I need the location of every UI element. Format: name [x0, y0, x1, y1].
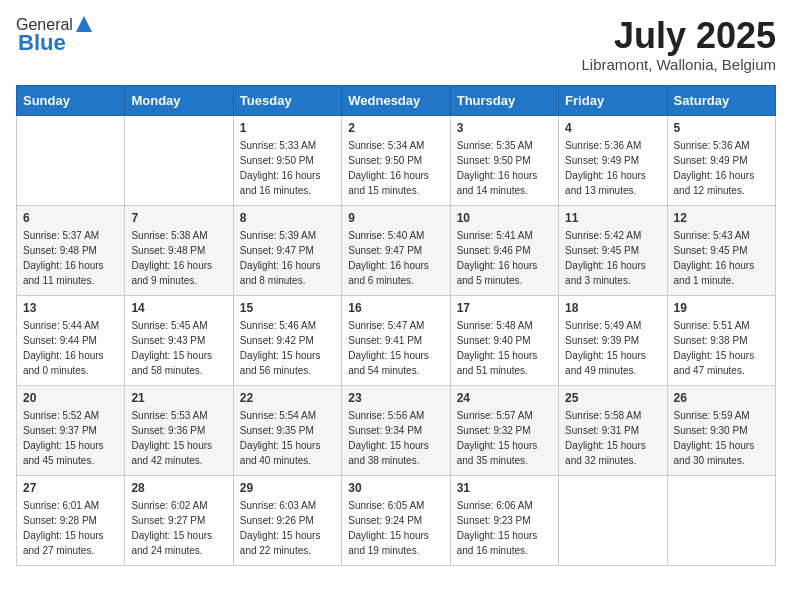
page-header: General Blue July 2025 Libramont, Wallon… — [16, 16, 776, 73]
day-number: 18 — [565, 301, 660, 315]
calendar-cell: 26Sunrise: 5:59 AM Sunset: 9:30 PM Dayli… — [667, 385, 775, 475]
day-number: 5 — [674, 121, 769, 135]
calendar-cell: 24Sunrise: 5:57 AM Sunset: 9:32 PM Dayli… — [450, 385, 558, 475]
calendar-cell: 21Sunrise: 5:53 AM Sunset: 9:36 PM Dayli… — [125, 385, 233, 475]
day-info: Sunrise: 5:34 AM Sunset: 9:50 PM Dayligh… — [348, 138, 443, 198]
day-number: 31 — [457, 481, 552, 495]
calendar-cell: 23Sunrise: 5:56 AM Sunset: 9:34 PM Dayli… — [342, 385, 450, 475]
calendar-cell: 16Sunrise: 5:47 AM Sunset: 9:41 PM Dayli… — [342, 295, 450, 385]
calendar-cell: 7Sunrise: 5:38 AM Sunset: 9:48 PM Daylig… — [125, 205, 233, 295]
calendar-cell: 27Sunrise: 6:01 AM Sunset: 9:28 PM Dayli… — [17, 475, 125, 565]
calendar-cell: 28Sunrise: 6:02 AM Sunset: 9:27 PM Dayli… — [125, 475, 233, 565]
calendar-cell: 29Sunrise: 6:03 AM Sunset: 9:26 PM Dayli… — [233, 475, 341, 565]
day-info: Sunrise: 6:02 AM Sunset: 9:27 PM Dayligh… — [131, 498, 226, 558]
day-number: 12 — [674, 211, 769, 225]
day-number: 10 — [457, 211, 552, 225]
day-info: Sunrise: 6:01 AM Sunset: 9:28 PM Dayligh… — [23, 498, 118, 558]
day-info: Sunrise: 5:37 AM Sunset: 9:48 PM Dayligh… — [23, 228, 118, 288]
calendar-cell: 4Sunrise: 5:36 AM Sunset: 9:49 PM Daylig… — [559, 115, 667, 205]
calendar-cell: 11Sunrise: 5:42 AM Sunset: 9:45 PM Dayli… — [559, 205, 667, 295]
day-number: 2 — [348, 121, 443, 135]
calendar-cell: 5Sunrise: 5:36 AM Sunset: 9:49 PM Daylig… — [667, 115, 775, 205]
day-number: 15 — [240, 301, 335, 315]
day-info: Sunrise: 5:36 AM Sunset: 9:49 PM Dayligh… — [674, 138, 769, 198]
header-tuesday: Tuesday — [233, 85, 341, 115]
day-info: Sunrise: 5:36 AM Sunset: 9:49 PM Dayligh… — [565, 138, 660, 198]
header-sunday: Sunday — [17, 85, 125, 115]
day-info: Sunrise: 5:44 AM Sunset: 9:44 PM Dayligh… — [23, 318, 118, 378]
week-row-4: 20Sunrise: 5:52 AM Sunset: 9:37 PM Dayli… — [17, 385, 776, 475]
day-number: 14 — [131, 301, 226, 315]
day-number: 16 — [348, 301, 443, 315]
calendar-cell — [667, 475, 775, 565]
header-thursday: Thursday — [450, 85, 558, 115]
day-number: 1 — [240, 121, 335, 135]
day-info: Sunrise: 5:59 AM Sunset: 9:30 PM Dayligh… — [674, 408, 769, 468]
calendar-cell: 6Sunrise: 5:37 AM Sunset: 9:48 PM Daylig… — [17, 205, 125, 295]
day-info: Sunrise: 5:54 AM Sunset: 9:35 PM Dayligh… — [240, 408, 335, 468]
calendar-cell — [125, 115, 233, 205]
day-info: Sunrise: 5:38 AM Sunset: 9:48 PM Dayligh… — [131, 228, 226, 288]
calendar-cell: 10Sunrise: 5:41 AM Sunset: 9:46 PM Dayli… — [450, 205, 558, 295]
day-info: Sunrise: 5:41 AM Sunset: 9:46 PM Dayligh… — [457, 228, 552, 288]
week-row-1: 1Sunrise: 5:33 AM Sunset: 9:50 PM Daylig… — [17, 115, 776, 205]
calendar-cell: 2Sunrise: 5:34 AM Sunset: 9:50 PM Daylig… — [342, 115, 450, 205]
day-info: Sunrise: 5:58 AM Sunset: 9:31 PM Dayligh… — [565, 408, 660, 468]
day-info: Sunrise: 6:03 AM Sunset: 9:26 PM Dayligh… — [240, 498, 335, 558]
logo-blue-text: Blue — [16, 30, 66, 56]
day-number: 22 — [240, 391, 335, 405]
day-info: Sunrise: 5:53 AM Sunset: 9:36 PM Dayligh… — [131, 408, 226, 468]
week-row-2: 6Sunrise: 5:37 AM Sunset: 9:48 PM Daylig… — [17, 205, 776, 295]
header-wednesday: Wednesday — [342, 85, 450, 115]
location: Libramont, Wallonia, Belgium — [581, 56, 776, 73]
logo-icon — [74, 14, 94, 34]
day-info: Sunrise: 5:43 AM Sunset: 9:45 PM Dayligh… — [674, 228, 769, 288]
calendar-table: SundayMondayTuesdayWednesdayThursdayFrid… — [16, 85, 776, 566]
calendar-cell — [559, 475, 667, 565]
calendar-cell: 13Sunrise: 5:44 AM Sunset: 9:44 PM Dayli… — [17, 295, 125, 385]
day-number: 28 — [131, 481, 226, 495]
day-info: Sunrise: 6:06 AM Sunset: 9:23 PM Dayligh… — [457, 498, 552, 558]
title-area: July 2025 Libramont, Wallonia, Belgium — [581, 16, 776, 73]
calendar-cell: 18Sunrise: 5:49 AM Sunset: 9:39 PM Dayli… — [559, 295, 667, 385]
calendar-cell: 9Sunrise: 5:40 AM Sunset: 9:47 PM Daylig… — [342, 205, 450, 295]
day-number: 29 — [240, 481, 335, 495]
calendar-cell: 17Sunrise: 5:48 AM Sunset: 9:40 PM Dayli… — [450, 295, 558, 385]
day-number: 13 — [23, 301, 118, 315]
calendar-cell: 30Sunrise: 6:05 AM Sunset: 9:24 PM Dayli… — [342, 475, 450, 565]
svg-marker-0 — [76, 16, 92, 32]
day-info: Sunrise: 5:46 AM Sunset: 9:42 PM Dayligh… — [240, 318, 335, 378]
calendar-cell: 31Sunrise: 6:06 AM Sunset: 9:23 PM Dayli… — [450, 475, 558, 565]
calendar-cell: 15Sunrise: 5:46 AM Sunset: 9:42 PM Dayli… — [233, 295, 341, 385]
day-info: Sunrise: 5:57 AM Sunset: 9:32 PM Dayligh… — [457, 408, 552, 468]
calendar-cell: 8Sunrise: 5:39 AM Sunset: 9:47 PM Daylig… — [233, 205, 341, 295]
day-number: 25 — [565, 391, 660, 405]
day-number: 24 — [457, 391, 552, 405]
header-saturday: Saturday — [667, 85, 775, 115]
calendar-cell — [17, 115, 125, 205]
day-info: Sunrise: 5:40 AM Sunset: 9:47 PM Dayligh… — [348, 228, 443, 288]
calendar-cell: 25Sunrise: 5:58 AM Sunset: 9:31 PM Dayli… — [559, 385, 667, 475]
day-number: 3 — [457, 121, 552, 135]
day-info: Sunrise: 5:56 AM Sunset: 9:34 PM Dayligh… — [348, 408, 443, 468]
day-number: 27 — [23, 481, 118, 495]
header-monday: Monday — [125, 85, 233, 115]
calendar-cell: 1Sunrise: 5:33 AM Sunset: 9:50 PM Daylig… — [233, 115, 341, 205]
calendar-cell: 20Sunrise: 5:52 AM Sunset: 9:37 PM Dayli… — [17, 385, 125, 475]
calendar-header-row: SundayMondayTuesdayWednesdayThursdayFrid… — [17, 85, 776, 115]
calendar-cell: 22Sunrise: 5:54 AM Sunset: 9:35 PM Dayli… — [233, 385, 341, 475]
day-number: 7 — [131, 211, 226, 225]
day-info: Sunrise: 6:05 AM Sunset: 9:24 PM Dayligh… — [348, 498, 443, 558]
calendar-cell: 14Sunrise: 5:45 AM Sunset: 9:43 PM Dayli… — [125, 295, 233, 385]
day-number: 20 — [23, 391, 118, 405]
day-number: 19 — [674, 301, 769, 315]
day-number: 23 — [348, 391, 443, 405]
day-info: Sunrise: 5:39 AM Sunset: 9:47 PM Dayligh… — [240, 228, 335, 288]
day-info: Sunrise: 5:52 AM Sunset: 9:37 PM Dayligh… — [23, 408, 118, 468]
day-info: Sunrise: 5:47 AM Sunset: 9:41 PM Dayligh… — [348, 318, 443, 378]
logo: General Blue — [16, 16, 94, 56]
day-info: Sunrise: 5:33 AM Sunset: 9:50 PM Dayligh… — [240, 138, 335, 198]
header-friday: Friday — [559, 85, 667, 115]
day-number: 17 — [457, 301, 552, 315]
calendar-cell: 19Sunrise: 5:51 AM Sunset: 9:38 PM Dayli… — [667, 295, 775, 385]
